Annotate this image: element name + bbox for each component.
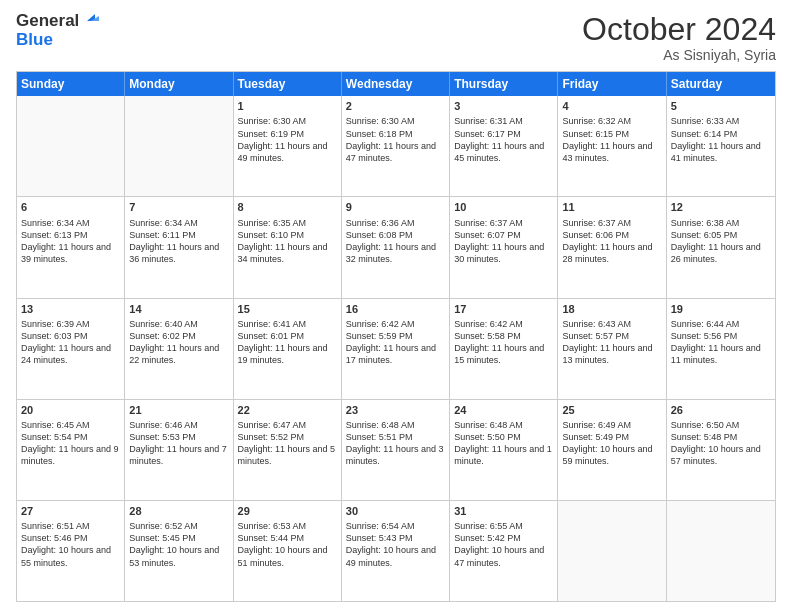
cell-date: 30: [346, 504, 445, 518]
cell-daylight: Daylight: 11 hours and 26 minutes.: [671, 241, 771, 265]
cell-date: 6: [21, 200, 120, 214]
cell-sunrise: Sunrise: 6:39 AM: [21, 318, 120, 330]
cell-sunset: Sunset: 6:03 PM: [21, 330, 120, 342]
cell-daylight: Daylight: 11 hours and 41 minutes.: [671, 140, 771, 164]
cal-cell-empty: [125, 96, 233, 196]
cell-sunset: Sunset: 6:14 PM: [671, 128, 771, 140]
cell-sunset: Sunset: 6:17 PM: [454, 128, 553, 140]
cell-date: 31: [454, 504, 553, 518]
cal-cell-18: 18 Sunrise: 6:43 AM Sunset: 5:57 PM Dayl…: [558, 299, 666, 399]
cal-cell-6: 6 Sunrise: 6:34 AM Sunset: 6:13 PM Dayli…: [17, 197, 125, 297]
cell-sunset: Sunset: 5:45 PM: [129, 532, 228, 544]
cell-date: 15: [238, 302, 337, 316]
week-row-1: 1 Sunrise: 6:30 AM Sunset: 6:19 PM Dayli…: [17, 96, 775, 196]
cell-sunset: Sunset: 6:02 PM: [129, 330, 228, 342]
cell-date: 23: [346, 403, 445, 417]
cell-sunrise: Sunrise: 6:55 AM: [454, 520, 553, 532]
cell-sunset: Sunset: 6:13 PM: [21, 229, 120, 241]
cell-date: 5: [671, 99, 771, 113]
cell-sunset: Sunset: 5:43 PM: [346, 532, 445, 544]
header-saturday: Saturday: [667, 72, 775, 96]
cell-date: 16: [346, 302, 445, 316]
cell-daylight: Daylight: 10 hours and 49 minutes.: [346, 544, 445, 568]
cell-date: 27: [21, 504, 120, 518]
cell-sunrise: Sunrise: 6:31 AM: [454, 115, 553, 127]
week-row-3: 13 Sunrise: 6:39 AM Sunset: 6:03 PM Dayl…: [17, 298, 775, 399]
calendar: Sunday Monday Tuesday Wednesday Thursday…: [16, 71, 776, 602]
cell-sunrise: Sunrise: 6:38 AM: [671, 217, 771, 229]
cell-date: 26: [671, 403, 771, 417]
cell-date: 1: [238, 99, 337, 113]
cell-daylight: Daylight: 11 hours and 43 minutes.: [562, 140, 661, 164]
cell-date: 18: [562, 302, 661, 316]
cell-daylight: Daylight: 11 hours and 5 minutes.: [238, 443, 337, 467]
cal-cell-9: 9 Sunrise: 6:36 AM Sunset: 6:08 PM Dayli…: [342, 197, 450, 297]
cal-cell-20: 20 Sunrise: 6:45 AM Sunset: 5:54 PM Dayl…: [17, 400, 125, 500]
cal-cell-empty: [17, 96, 125, 196]
cell-sunset: Sunset: 5:54 PM: [21, 431, 120, 443]
cal-cell-30: 30 Sunrise: 6:54 AM Sunset: 5:43 PM Dayl…: [342, 501, 450, 601]
cal-cell-8: 8 Sunrise: 6:35 AM Sunset: 6:10 PM Dayli…: [234, 197, 342, 297]
cell-sunset: Sunset: 5:56 PM: [671, 330, 771, 342]
cell-sunrise: Sunrise: 6:37 AM: [454, 217, 553, 229]
cell-date: 2: [346, 99, 445, 113]
cal-cell-empty: [667, 501, 775, 601]
cell-daylight: Daylight: 11 hours and 34 minutes.: [238, 241, 337, 265]
cell-daylight: Daylight: 11 hours and 28 minutes.: [562, 241, 661, 265]
cell-daylight: Daylight: 11 hours and 7 minutes.: [129, 443, 228, 467]
cell-sunrise: Sunrise: 6:40 AM: [129, 318, 228, 330]
header-sunday: Sunday: [17, 72, 125, 96]
location: As Sisniyah, Syria: [582, 47, 776, 63]
cell-date: 4: [562, 99, 661, 113]
cell-sunrise: Sunrise: 6:33 AM: [671, 115, 771, 127]
cal-cell-23: 23 Sunrise: 6:48 AM Sunset: 5:51 PM Dayl…: [342, 400, 450, 500]
cal-cell-29: 29 Sunrise: 6:53 AM Sunset: 5:44 PM Dayl…: [234, 501, 342, 601]
cal-cell-13: 13 Sunrise: 6:39 AM Sunset: 6:03 PM Dayl…: [17, 299, 125, 399]
cell-sunrise: Sunrise: 6:36 AM: [346, 217, 445, 229]
cell-date: 25: [562, 403, 661, 417]
cell-date: 11: [562, 200, 661, 214]
logo-general: General: [16, 12, 79, 31]
cell-sunrise: Sunrise: 6:32 AM: [562, 115, 661, 127]
cell-daylight: Daylight: 11 hours and 15 minutes.: [454, 342, 553, 366]
cal-cell-11: 11 Sunrise: 6:37 AM Sunset: 6:06 PM Dayl…: [558, 197, 666, 297]
cal-cell-empty: [558, 501, 666, 601]
header-tuesday: Tuesday: [234, 72, 342, 96]
cell-date: 9: [346, 200, 445, 214]
cell-sunrise: Sunrise: 6:52 AM: [129, 520, 228, 532]
week-row-4: 20 Sunrise: 6:45 AM Sunset: 5:54 PM Dayl…: [17, 399, 775, 500]
cal-cell-2: 2 Sunrise: 6:30 AM Sunset: 6:18 PM Dayli…: [342, 96, 450, 196]
cal-cell-17: 17 Sunrise: 6:42 AM Sunset: 5:58 PM Dayl…: [450, 299, 558, 399]
cell-sunrise: Sunrise: 6:46 AM: [129, 419, 228, 431]
cal-cell-1: 1 Sunrise: 6:30 AM Sunset: 6:19 PM Dayli…: [234, 96, 342, 196]
cell-date: 8: [238, 200, 337, 214]
cell-sunrise: Sunrise: 6:35 AM: [238, 217, 337, 229]
cell-sunrise: Sunrise: 6:49 AM: [562, 419, 661, 431]
cell-sunset: Sunset: 5:58 PM: [454, 330, 553, 342]
header-thursday: Thursday: [450, 72, 558, 96]
cell-daylight: Daylight: 10 hours and 53 minutes.: [129, 544, 228, 568]
cell-sunset: Sunset: 5:50 PM: [454, 431, 553, 443]
cell-daylight: Daylight: 11 hours and 19 minutes.: [238, 342, 337, 366]
cell-date: 28: [129, 504, 228, 518]
cell-daylight: Daylight: 11 hours and 24 minutes.: [21, 342, 120, 366]
month-title: October 2024: [582, 12, 776, 47]
header: General Blue October 2024 As Sisniyah, S…: [16, 12, 776, 63]
week-row-5: 27 Sunrise: 6:51 AM Sunset: 5:46 PM Dayl…: [17, 500, 775, 601]
cell-date: 19: [671, 302, 771, 316]
cell-date: 12: [671, 200, 771, 214]
cal-cell-22: 22 Sunrise: 6:47 AM Sunset: 5:52 PM Dayl…: [234, 400, 342, 500]
cell-date: 7: [129, 200, 228, 214]
cell-sunrise: Sunrise: 6:37 AM: [562, 217, 661, 229]
cal-cell-12: 12 Sunrise: 6:38 AM Sunset: 6:05 PM Dayl…: [667, 197, 775, 297]
cell-daylight: Daylight: 11 hours and 11 minutes.: [671, 342, 771, 366]
cal-cell-3: 3 Sunrise: 6:31 AM Sunset: 6:17 PM Dayli…: [450, 96, 558, 196]
cell-sunset: Sunset: 6:08 PM: [346, 229, 445, 241]
cell-daylight: Daylight: 10 hours and 51 minutes.: [238, 544, 337, 568]
cell-sunset: Sunset: 5:59 PM: [346, 330, 445, 342]
cell-sunrise: Sunrise: 6:45 AM: [21, 419, 120, 431]
logo-blue: Blue: [16, 31, 53, 50]
cal-cell-25: 25 Sunrise: 6:49 AM Sunset: 5:49 PM Dayl…: [558, 400, 666, 500]
cell-date: 29: [238, 504, 337, 518]
cell-daylight: Daylight: 10 hours and 47 minutes.: [454, 544, 553, 568]
